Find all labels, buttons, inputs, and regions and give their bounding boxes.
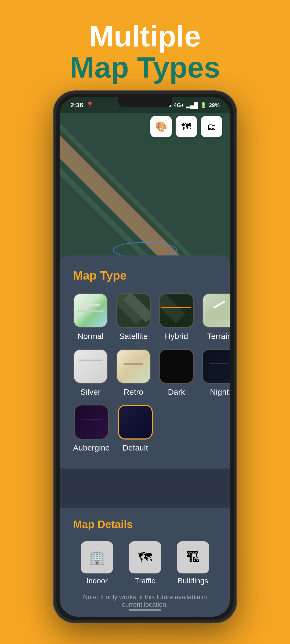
- normal-icon: [73, 293, 108, 328]
- silver-label: Silver: [80, 387, 100, 397]
- map-type-terrain[interactable]: Terrain: [202, 293, 230, 341]
- map-toolbar: 🎨 🗺 🗂: [150, 116, 222, 137]
- phone-screen: 2:36 📍 0.22 KB/s 4G+ ▂▄█ 🔋 29%: [60, 97, 230, 617]
- home-indicator: [129, 609, 161, 611]
- map-type-dark[interactable]: Dark: [159, 349, 194, 397]
- default-label: Default: [122, 443, 148, 452]
- retro-label: Retro: [124, 387, 143, 397]
- night-label: Night: [210, 387, 229, 397]
- hybrid-icon: [159, 293, 194, 328]
- notch: [118, 97, 172, 107]
- map-types-row1: Normal Satellite Hybrid: [73, 293, 217, 341]
- detail-indoor[interactable]: 🏢 Indoor: [81, 541, 113, 585]
- default-icon: [118, 405, 153, 440]
- network-type: 4G+: [174, 102, 184, 108]
- hybrid-label: Hybrid: [165, 332, 188, 341]
- indoor-icon: 🏢: [89, 550, 105, 565]
- map-type-hybrid[interactable]: Hybrid: [159, 293, 194, 341]
- silver-icon: [73, 349, 108, 384]
- dark-icon: [159, 349, 194, 384]
- battery-icon: 🔋: [200, 102, 207, 108]
- map-type-aubergine[interactable]: Aubergine: [73, 405, 110, 452]
- phone-frame: 2:36 📍 0.22 KB/s 4G+ ▂▄█ 🔋 29%: [54, 91, 236, 623]
- aubergine-label: Aubergine: [73, 443, 110, 452]
- map-type-normal[interactable]: Normal: [73, 293, 108, 341]
- phone-container: 2:36 📍 0.22 KB/s 4G+ ▂▄█ 🔋 29%: [54, 91, 236, 623]
- map-button[interactable]: 🗺: [176, 116, 197, 137]
- layers-icon: 🗂: [207, 121, 216, 132]
- status-time: 2:36: [70, 101, 83, 109]
- palette-icon: 🎨: [155, 121, 167, 132]
- terrain-icon: [202, 293, 230, 328]
- map-type-night[interactable]: Night: [202, 349, 230, 397]
- note-text: Note: It only works, if this future avai…: [73, 593, 217, 608]
- indoor-label: Indoor: [86, 577, 108, 585]
- battery-percent: 29%: [209, 102, 220, 108]
- satellite-icon: [116, 293, 151, 328]
- signal-bars: ▂▄█: [186, 102, 198, 108]
- map-details-section: Map Details 🏢 Indoor 🗺 Traffic: [60, 508, 230, 617]
- terrain-label: Terrain: [207, 332, 230, 341]
- power-button: [235, 161, 236, 188]
- traffic-icon: 🗺: [138, 550, 152, 565]
- detail-traffic[interactable]: 🗺 Traffic: [129, 541, 161, 585]
- detail-buildings[interactable]: 🏗 Buildings: [177, 541, 209, 585]
- headline-map-types: Map Types: [0, 51, 290, 83]
- headline-multiple: Multiple: [0, 21, 290, 51]
- status-left: 2:36 📍: [70, 101, 94, 109]
- palette-button[interactable]: 🎨: [150, 116, 172, 137]
- map-type-silver[interactable]: Silver: [73, 349, 108, 397]
- panel-title: Map Type: [73, 269, 217, 282]
- header-section: Multiple Map Types: [0, 0, 290, 94]
- map-type-satellite[interactable]: Satellite: [116, 293, 151, 341]
- aubergine-icon: [74, 405, 109, 440]
- indoor-icon-box: 🏢: [81, 541, 113, 573]
- traffic-label: Traffic: [135, 577, 155, 585]
- details-grid: 🏢 Indoor 🗺 Traffic 🏗 B: [73, 541, 217, 585]
- volume-up-button: [54, 169, 55, 196]
- layers-button[interactable]: 🗂: [201, 116, 222, 137]
- map-type-default[interactable]: Default: [118, 405, 153, 452]
- mute-button: [54, 142, 55, 158]
- map-type-panel: Map Type Normal Satellite: [60, 255, 230, 469]
- map-types-row2: Silver Retro Dark: [73, 349, 217, 397]
- buildings-icon-box: 🏗: [177, 541, 209, 573]
- dark-label: Dark: [168, 387, 185, 397]
- traffic-icon-box: 🗺: [129, 541, 161, 573]
- normal-label: Normal: [78, 332, 104, 341]
- satellite-label: Satellite: [119, 332, 148, 341]
- retro-icon: [116, 349, 151, 384]
- night-icon: [202, 349, 230, 384]
- map-type-retro[interactable]: Retro: [116, 349, 151, 397]
- buildings-label: Buildings: [178, 577, 208, 585]
- map-types-row3: Aubergine Default: [73, 405, 217, 452]
- volume-down-button: [54, 204, 55, 231]
- location-icon: 📍: [86, 101, 94, 109]
- map-icon: 🗺: [182, 121, 191, 132]
- details-title: Map Details: [73, 518, 217, 530]
- buildings-icon: 🏗: [186, 550, 200, 565]
